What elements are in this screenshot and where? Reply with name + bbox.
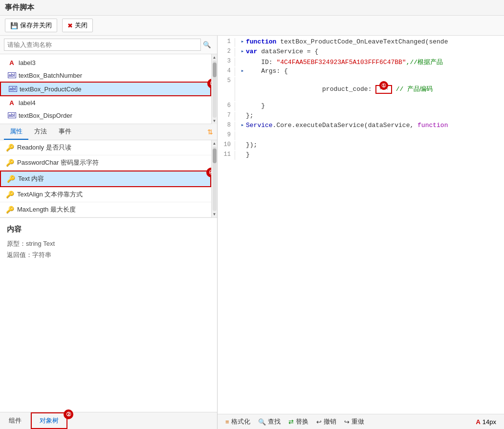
fontsize-icon: A xyxy=(476,418,480,426)
badge2: ② xyxy=(64,409,73,419)
format-icon: ≡ xyxy=(225,418,229,426)
undo-icon: ↩ xyxy=(316,418,322,426)
scroll-track xyxy=(213,61,217,118)
scroll-thumb[interactable] xyxy=(213,63,217,77)
tab-methods[interactable]: 方法 xyxy=(28,124,53,140)
prop-passwordchar[interactable]: 🔑 PasswordChar 密码显示字符 xyxy=(0,155,211,171)
props-scroll-down[interactable]: ▼ xyxy=(213,212,217,216)
tab-object-tree[interactable]: 对象树 ② xyxy=(31,412,67,429)
code-line-10: 10 }); xyxy=(218,141,504,150)
code-area[interactable]: 1 ▸ function textBox_ProductCode_OnLeave… xyxy=(218,36,504,414)
right-panel: 1 ▸ function textBox_ProductCode_OnLeave… xyxy=(218,36,504,429)
replace-button[interactable]: ⇄ 替换 xyxy=(288,417,308,426)
key-icon3: 🔑 xyxy=(7,175,15,183)
sort-button[interactable]: ⇅ xyxy=(207,128,213,136)
code-line-8: 8 ▸ Service.Core.executeDataService(data… xyxy=(218,121,504,131)
close-icon: ✖ xyxy=(67,22,73,29)
page-title: 事件脚本 xyxy=(5,3,34,11)
props-scroll-track xyxy=(213,147,217,211)
bottom-tabs: 组件 对象树 ② xyxy=(0,412,217,429)
prop-text[interactable]: 🔑 Text 内容 ④ xyxy=(0,171,211,187)
props-scroll-up[interactable]: ▲ xyxy=(213,141,217,146)
key-icon5: 🔑 xyxy=(6,206,14,214)
prop-maxlength[interactable]: 🔑 MaxLength 最大长度 xyxy=(0,202,211,217)
label-icon: A xyxy=(8,59,16,66)
label-icon2: A xyxy=(8,99,16,107)
tree-list: A label3 abl textBox_BatchNumber abl tex… xyxy=(0,54,211,124)
code-line-3: 3 ID: "4C4FAA5EBF324923AF5A103FFF6C47BB"… xyxy=(218,57,504,67)
code-line-1: 1 ▸ function textBox_ProductCode_OnLeave… xyxy=(218,38,504,47)
tree-item-textbox-disp[interactable]: abl textBox_DispOrder xyxy=(0,109,211,122)
code-line-2: 2 ▸ var dataService = { xyxy=(218,47,504,57)
undo-button[interactable]: ↩ 撤销 xyxy=(316,417,336,426)
toolbar: 💾 保存并关闭 ✖ 关闭 xyxy=(0,16,504,36)
close-button[interactable]: ✖ 关闭 xyxy=(62,19,93,32)
code-toolbar: ≡ 格式化 🔍 查找 ⇄ 替换 ↩ 撤销 ↪ 重做 xyxy=(218,414,504,429)
search-icon: 🔍 xyxy=(203,41,211,48)
prop-readonly[interactable]: 🔑 Readonly 是否只读 xyxy=(0,140,211,155)
save-icon: 💾 xyxy=(10,22,18,29)
props-list-wrapper: 🔑 Readonly 是否只读 🔑 PasswordChar 密码显示字符 🔑 … xyxy=(0,140,217,217)
tree-item-textbox-batch[interactable]: abl textBox_BatchNumber xyxy=(0,69,211,82)
textbox-icon: abl xyxy=(8,71,16,79)
props-scroll-thumb[interactable] xyxy=(213,149,217,163)
code-line-7: 7 }; xyxy=(218,111,504,121)
tree-item-textbox-product[interactable]: abl textBox_ProductCode ③ xyxy=(0,82,211,96)
tree-item-label4[interactable]: A label4 xyxy=(0,96,211,109)
tree-item-label3[interactable]: A label3 xyxy=(0,56,211,69)
search-input[interactable] xyxy=(4,39,201,51)
code-line-9: 9 xyxy=(218,131,504,141)
scroll-up-arrow[interactable]: ▲ xyxy=(213,55,217,60)
code-line-11: 11 } xyxy=(218,150,504,160)
props-tabs: 属性 方法 事件 ⇅ xyxy=(0,124,217,140)
redo-icon: ↪ xyxy=(344,418,350,426)
key-icon1: 🔑 xyxy=(6,144,14,151)
search-bar: 🔍 xyxy=(0,36,217,54)
tab-components[interactable]: 组件 xyxy=(0,412,31,429)
format-button[interactable]: ≡ 格式化 xyxy=(225,417,250,426)
scroll-down-arrow[interactable]: ▼ xyxy=(213,119,217,123)
highlight-box-1: ···① xyxy=(375,85,392,94)
props-scrollbar[interactable]: ▲ ▼ xyxy=(211,140,217,217)
desc-prototype: 原型：string Text xyxy=(7,238,210,249)
desc-return: 返回值：字符串 xyxy=(7,249,210,260)
desc-title: 内容 xyxy=(7,225,210,234)
badge1: ① xyxy=(379,81,388,90)
props-list: 🔑 Readonly 是否只读 🔑 PasswordChar 密码显示字符 🔑 … xyxy=(0,140,211,217)
code-line-5: 5 product_code: ···① // 产品编码 xyxy=(218,77,504,102)
search-button[interactable]: 🔍 xyxy=(201,39,213,50)
description-panel: 内容 原型：string Text 返回值：字符串 xyxy=(0,217,217,286)
left-panel: 🔍 A label3 abl textBox_BatchNumber abl xyxy=(0,36,218,429)
content-area: 🔍 A label3 abl textBox_BatchNumber abl xyxy=(0,36,504,429)
save-close-button[interactable]: 💾 保存并关闭 xyxy=(5,19,57,32)
tree-list-wrapper: A label3 abl textBox_BatchNumber abl tex… xyxy=(0,54,217,124)
redo-button[interactable]: ↪ 重做 xyxy=(344,417,364,426)
textbox-icon3: abl xyxy=(8,111,16,119)
key-icon4: 🔑 xyxy=(6,191,14,198)
badge3: ③ xyxy=(207,79,211,88)
page-header: 事件脚本 xyxy=(0,0,504,16)
tab-events[interactable]: 事件 xyxy=(53,124,77,140)
tab-properties[interactable]: 属性 xyxy=(4,124,28,140)
code-line-6: 6 } xyxy=(218,102,504,111)
textbox-icon2: abl xyxy=(9,85,17,93)
fontsize-control: A 14px xyxy=(476,418,496,426)
prop-textalign[interactable]: 🔑 TextAlign 文本停靠方式 xyxy=(0,187,211,202)
replace-icon: ⇄ xyxy=(288,418,294,426)
find-icon: 🔍 xyxy=(258,418,266,426)
find-button[interactable]: 🔍 查找 xyxy=(258,417,281,426)
badge4: ④ xyxy=(206,168,211,177)
code-line-4: 4 ▸ Args: { xyxy=(218,67,504,77)
tree-scrollbar[interactable]: ▲ ▼ xyxy=(211,54,217,124)
key-icon2: 🔑 xyxy=(6,159,14,167)
